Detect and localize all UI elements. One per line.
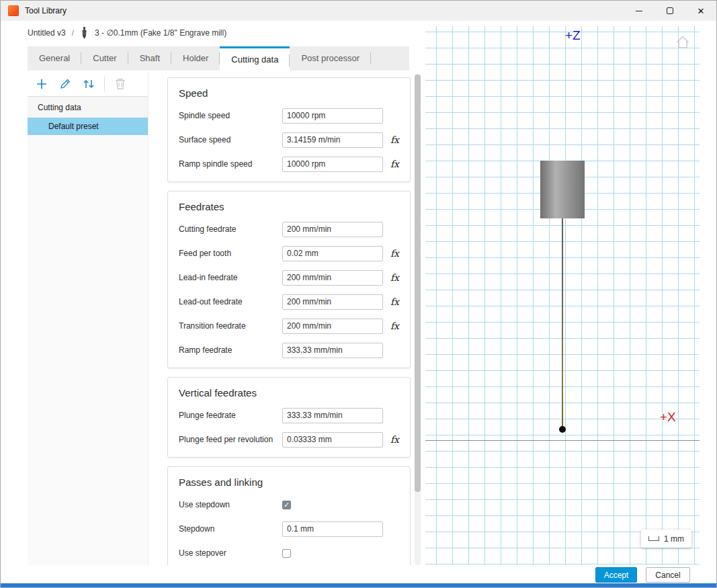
fx-expression-icon[interactable]: fx xyxy=(390,321,399,331)
cancel-button[interactable]: Cancel xyxy=(646,567,690,583)
field-feed-per-tooth: Feed per tooth fx xyxy=(179,241,399,265)
field-lead-in-feedrate: Lead-in feedrate fx xyxy=(179,265,399,290)
view-home-button[interactable] xyxy=(675,34,691,50)
field-label: Ramp feedrate xyxy=(179,345,280,355)
z-axis-label: +Z xyxy=(565,28,581,43)
field-transition-feedrate: Transition feedrate fx xyxy=(179,314,399,338)
field-plunge-feedrate: Plunge feedrate fx xyxy=(179,403,399,427)
tool-preview-viewport[interactable]: +Z +X 1 mm xyxy=(425,26,700,565)
fx-expression-icon[interactable]: fx xyxy=(390,434,399,445)
field-stepdown: Stepdown fx xyxy=(179,517,399,541)
feed-per-tooth-input[interactable] xyxy=(282,246,383,261)
pencil-icon xyxy=(58,77,72,91)
tab-post-processor[interactable]: Post processor xyxy=(290,46,371,71)
fx-expression-icon[interactable]: fx xyxy=(390,134,399,145)
x-axis-line xyxy=(425,440,700,441)
field-label: Feed per tooth xyxy=(179,249,280,258)
maximize-button[interactable] xyxy=(655,1,685,21)
field-lead-out-feedrate: Lead-out feedrate fx xyxy=(179,290,399,314)
window-controls: ✕ xyxy=(624,1,716,21)
breadcrumb-document[interactable]: Untitled v3 xyxy=(28,28,66,38)
tab-general[interactable]: General xyxy=(28,46,81,71)
field-use-stepdown: Use stepdown xyxy=(179,493,399,517)
accept-button[interactable]: Accept xyxy=(595,567,637,583)
scale-indicator: 1 mm xyxy=(641,530,691,548)
titlebar: Tool Library ✕ xyxy=(1,1,716,21)
plunge-feedrate-input[interactable] xyxy=(282,408,383,423)
close-button[interactable]: ✕ xyxy=(685,1,716,21)
ramp-feedrate-input[interactable] xyxy=(282,343,383,358)
lead-in-feedrate-input[interactable] xyxy=(282,270,383,286)
section-feedrates: Feedrates Cutting feedrate fx Feed per t… xyxy=(167,191,411,368)
surface-speed-input[interactable] xyxy=(282,132,383,148)
preset-panel: Cutting data Default preset xyxy=(28,72,149,565)
field-label: Surface speed xyxy=(179,135,280,144)
section-title: Vertical feedrates xyxy=(179,384,399,402)
breadcrumb-separator: / xyxy=(72,28,74,38)
tab-shaft[interactable]: Shaft xyxy=(128,46,171,71)
section-passes-and-linking: Passes and linking Use stepdown Stepdown… xyxy=(167,466,411,565)
preset-list-header: Cutting data xyxy=(28,97,148,118)
ramp-spindle-speed-input[interactable] xyxy=(282,157,383,172)
scale-label: 1 mm xyxy=(664,534,684,544)
section-title: Passes and linking xyxy=(179,474,399,491)
home-icon xyxy=(675,35,690,50)
tool-shaft-line xyxy=(562,218,563,429)
tab-cutting-data[interactable]: Cutting data xyxy=(220,46,290,71)
trash-icon xyxy=(114,77,126,91)
field-label: Plunge feedrate xyxy=(179,411,280,420)
add-preset-button[interactable] xyxy=(34,76,50,92)
tool-library-dialog: Tool Library ✕ Untitled v3 / 3 - ∅0.1mm … xyxy=(0,0,717,588)
reorder-presets-button[interactable] xyxy=(81,76,97,92)
cutting-feedrate-input[interactable] xyxy=(282,222,383,237)
field-cutting-feedrate: Cutting feedrate fx xyxy=(179,217,399,241)
field-label: Use stepdown xyxy=(179,500,280,509)
field-label: Ramp spindle speed xyxy=(179,159,280,169)
field-ramp-feedrate: Ramp feedrate fx xyxy=(179,338,399,362)
fusion-app-icon xyxy=(8,5,19,16)
close-icon: ✕ xyxy=(698,7,705,15)
use-stepover-checkbox[interactable] xyxy=(282,549,291,558)
fx-expression-icon[interactable]: fx xyxy=(390,272,399,283)
field-label: Spindle speed xyxy=(179,111,280,120)
edit-preset-button[interactable] xyxy=(57,76,73,92)
preset-toolbar xyxy=(28,72,148,97)
form-scrollbar-track[interactable] xyxy=(415,73,421,565)
field-spindle-speed: Spindle speed fx xyxy=(179,103,399,128)
field-label: Use stepover xyxy=(179,548,280,558)
preset-item-default[interactable]: Default preset xyxy=(28,118,148,135)
minimize-button[interactable] xyxy=(624,1,655,21)
section-vertical-feedrates: Vertical feedrates Plunge feedrate fx Pl… xyxy=(167,377,411,458)
plunge-feed-per-revolution-input[interactable] xyxy=(282,432,383,448)
delete-preset-button[interactable] xyxy=(112,76,128,92)
breadcrumb-tool: 3 - ∅0.1mm (Fake 1/8" Engrave mill) xyxy=(95,28,226,38)
scale-bracket-icon xyxy=(648,536,659,541)
field-ramp-spindle-speed: Ramp spindle speed fx xyxy=(179,152,399,176)
tool-shank xyxy=(540,161,585,218)
tool-tip-origin-dot xyxy=(559,426,566,433)
section-title: Speed xyxy=(179,85,399,102)
end-mill-icon xyxy=(80,27,89,39)
toolbar-separator xyxy=(104,77,105,91)
x-axis-label: +X xyxy=(660,410,676,425)
fx-expression-icon[interactable]: fx xyxy=(390,296,399,307)
breadcrumb: Untitled v3 / 3 - ∅0.1mm (Fake 1/8" Engr… xyxy=(28,26,226,40)
field-label: Plunge feed per revolution xyxy=(179,435,280,444)
stepdown-input[interactable] xyxy=(282,521,383,537)
lead-out-feedrate-input[interactable] xyxy=(282,294,383,310)
field-label: Transition feedrate xyxy=(179,321,280,331)
transition-feedrate-input[interactable] xyxy=(282,319,383,334)
tab-holder[interactable]: Holder xyxy=(171,46,220,71)
field-surface-speed: Surface speed fx xyxy=(179,128,399,152)
field-plunge-feed-per-revolution: Plunge feed per revolution fx xyxy=(179,427,399,452)
up-down-arrows-icon xyxy=(81,77,96,91)
form-scrollbar-thumb[interactable] xyxy=(415,75,421,492)
use-stepdown-checkbox[interactable] xyxy=(282,501,291,509)
field-label: Cutting feedrate xyxy=(179,224,280,234)
tab-cutter[interactable]: Cutter xyxy=(81,46,128,71)
fx-expression-icon[interactable]: fx xyxy=(390,248,399,259)
minimize-icon xyxy=(636,11,642,11)
spindle-speed-input[interactable] xyxy=(282,108,383,124)
fx-expression-icon[interactable]: fx xyxy=(390,159,399,169)
field-label: Stepdown xyxy=(179,524,280,534)
